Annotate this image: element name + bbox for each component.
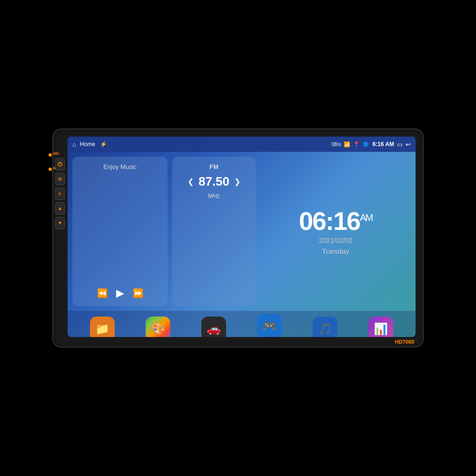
fm-freq-row: ❮ 87.50 ❯	[188, 174, 240, 189]
location-icon: 📍	[353, 141, 360, 148]
clock-widget: 06:16AM 2021/02/02 Tuesday	[260, 157, 411, 306]
window-icon: ▭	[397, 141, 403, 148]
mic-indicator	[49, 153, 52, 157]
music-controls: ⏪ ▶ ⏩	[79, 287, 161, 299]
home-icon: ⌂	[72, 141, 76, 148]
fm-next-button[interactable]: ❯	[234, 177, 240, 186]
side-buttons-strip	[55, 158, 65, 229]
app-icon-0: 📁	[90, 317, 115, 337]
signal-icon: 📶	[344, 141, 350, 148]
app-item-audio-settings[interactable]: 📊Audio Settings	[362, 317, 400, 337]
main-content: Enjoy Music ⏪ ▶ ⏩ FM ❮ 87.50 ❯ MHz	[68, 152, 416, 311]
svg-marker-5	[59, 222, 61, 225]
app-icon-2: 🚗	[201, 317, 226, 337]
music-title: Enjoy Music	[79, 163, 161, 170]
mic-label: MIC	[53, 152, 60, 155]
app-grid: 📁File Manager🎨Gallery🚗Car Info🎮Steering-…	[68, 311, 416, 337]
rst-indicator	[49, 168, 52, 171]
bluetooth-icon: 🔵	[363, 141, 369, 148]
rewind-button[interactable]: ⏪	[97, 288, 108, 298]
vol-down-button[interactable]	[55, 217, 65, 229]
status-home-label: Home	[80, 141, 95, 148]
app-item-gallery[interactable]: 🎨Gallery	[139, 317, 177, 337]
app-item-steering--wheelkey[interactable]: 🎮Steering- WheelKey	[250, 314, 288, 337]
fm-label: FM	[209, 163, 218, 170]
svg-point-3	[60, 178, 60, 179]
svg-marker-4	[59, 207, 61, 210]
data-rate: 0B/s	[331, 142, 341, 147]
clock-time: 06:16AM	[299, 208, 372, 234]
app-icon-4: 🎵	[313, 317, 337, 337]
back-side-button[interactable]	[55, 188, 65, 200]
status-bar: ⌂ Home ⚡ 0B/s 📶 📍 🔵 6:16 AM ▭ ↩	[68, 137, 416, 152]
music-widget: Enjoy Music ⏪ ▶ ⏩	[72, 157, 168, 306]
usb-icon: ⚡	[100, 141, 107, 148]
model-label: HD7088	[395, 339, 414, 345]
status-right: 0B/s 📶 📍 🔵 6:16 AM ▭ ↩	[331, 141, 411, 148]
fm-widget: FM ❮ 87.50 ❯ MHz	[172, 157, 256, 306]
signal-button[interactable]	[55, 173, 65, 185]
app-item-file-manager[interactable]: 📁File Manager	[83, 317, 121, 337]
fm-prev-button[interactable]: ❮	[188, 177, 194, 186]
app-item-bt-music[interactable]: 🎵BT Music	[306, 317, 344, 337]
app-icon-1: 🎨	[146, 317, 170, 337]
power-button[interactable]	[55, 158, 65, 170]
car-stereo-device: MIC RST	[52, 129, 424, 347]
fm-unit: MHz	[208, 193, 220, 199]
clock-ampm: AM	[360, 212, 372, 223]
play-button[interactable]: ▶	[116, 287, 124, 299]
clock-digits: 06:16	[299, 207, 360, 235]
app-item-car-info[interactable]: 🚗Car Info	[195, 317, 233, 337]
clock-day: Tuesday	[322, 247, 349, 255]
app-icon-3: 🎮	[257, 314, 282, 337]
vol-up-button[interactable]	[55, 202, 65, 215]
app-icon-5: 📊	[368, 317, 393, 337]
status-time: 6:16 AM	[372, 141, 394, 148]
main-screen: ⌂ Home ⚡ 0B/s 📶 📍 🔵 6:16 AM ▭ ↩ Enjoy Mu…	[68, 137, 416, 337]
clock-date: 2021/02/02	[319, 237, 352, 244]
back-icon: ↩	[406, 141, 411, 148]
forward-button[interactable]: ⏩	[133, 288, 143, 298]
fm-frequency: 87.50	[198, 174, 229, 189]
